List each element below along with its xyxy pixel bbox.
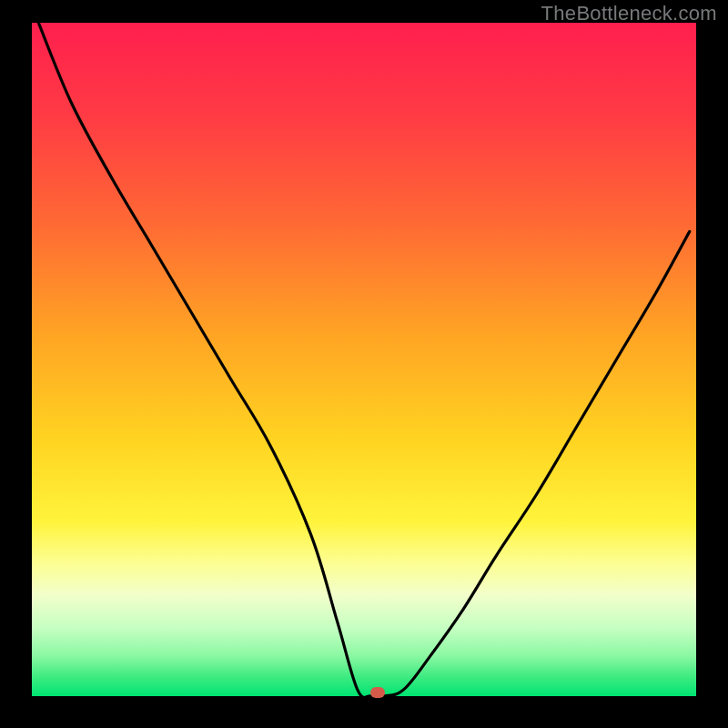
optimal-point-marker xyxy=(370,687,385,698)
chart-frame: TheBottleneck.com xyxy=(0,0,728,728)
bottleneck-chart xyxy=(32,23,696,696)
gradient-background xyxy=(32,23,696,696)
watermark: TheBottleneck.com xyxy=(541,2,717,25)
plot-area xyxy=(32,23,696,696)
